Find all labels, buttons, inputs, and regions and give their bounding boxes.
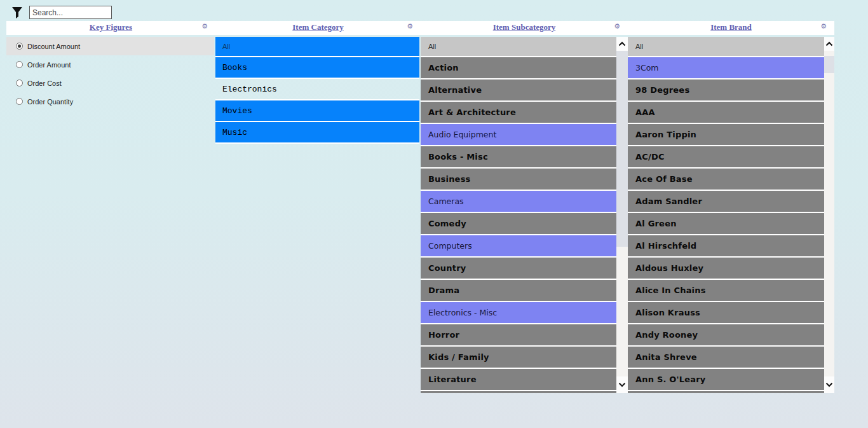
key-figure-label: Order Quantity — [27, 98, 73, 106]
column-header-item-category: Item Category ⚙ — [215, 21, 421, 35]
column-header-bar: Key Figures ⚙ Item Category ⚙ Item Subca… — [6, 21, 834, 35]
list-item-electronics[interactable]: Electronics — [215, 79, 419, 100]
column-title-item-subcategory[interactable]: Item Subcategory — [493, 22, 556, 32]
list-item-partial[interactable] — [628, 391, 824, 393]
item-category-list: AllBooksElectronicsMoviesMusic — [215, 37, 419, 144]
list-item-andy-rooney[interactable]: Andy Rooney — [628, 324, 824, 345]
list-item-al-hirschfeld[interactable]: Al Hirschfeld — [628, 235, 824, 256]
item-label: Books - Misc — [428, 152, 488, 162]
item-label: Movies — [222, 106, 252, 116]
item-label: Computers — [428, 241, 472, 251]
list-item-ac-dc[interactable]: AC/DC — [628, 146, 824, 167]
list-item-art-architecture[interactable]: Art & Architecture — [421, 102, 616, 123]
list-item-3com[interactable]: 3Com — [628, 57, 824, 78]
item-label: Anita Shreve — [635, 352, 697, 362]
gear-icon[interactable]: ⚙ — [820, 23, 827, 30]
column-title-item-brand[interactable]: Item Brand — [710, 22, 752, 32]
list-item-electronics-misc[interactable]: Electronics - Misc — [421, 302, 616, 323]
list-item-music[interactable]: Music — [215, 122, 419, 144]
list-item-ann-s-o-leary[interactable]: Ann S. O'Leary — [628, 369, 824, 390]
filter-funnel-icon[interactable] — [11, 6, 23, 19]
list-item-alice-in-chains[interactable]: Alice In Chains — [628, 280, 824, 301]
item-label: Business — [428, 174, 471, 184]
item-subcategory-list: AllActionAlternativeArt & ArchitectureAu… — [421, 37, 616, 393]
key-figure-label: Order Cost — [27, 79, 62, 87]
list-item-cameras[interactable]: Cameras — [421, 191, 616, 212]
key-figure-option-discount-amount[interactable]: Discount Amount — [6, 37, 214, 55]
key-figure-option-order-quantity[interactable]: Order Quantity — [6, 92, 214, 111]
list-item-all[interactable]: All — [421, 37, 616, 56]
scroll-down-button[interactable] — [616, 376, 628, 393]
list-item-computers[interactable]: Computers — [421, 235, 616, 256]
item-label: Aaron Tippin — [635, 130, 696, 139]
item-label: All — [635, 43, 643, 50]
radio-button[interactable] — [16, 79, 23, 86]
item-subcategory-scrollbar[interactable] — [616, 37, 628, 393]
list-item-adam-sandler[interactable]: Adam Sandler — [628, 191, 824, 212]
radio-button[interactable] — [16, 98, 23, 105]
radio-button[interactable] — [16, 43, 23, 50]
column-title-key-figures[interactable]: Key Figures — [90, 22, 132, 32]
item-label: Alternative — [428, 85, 482, 95]
radio-button[interactable] — [16, 61, 23, 68]
column-header-key-figures: Key Figures ⚙ — [6, 21, 215, 35]
key-figure-option-order-cost[interactable]: Order Cost — [6, 74, 214, 92]
list-item-kids-family[interactable]: Kids / Family — [421, 347, 616, 368]
list-item-alison-krauss[interactable]: Alison Krauss — [628, 302, 824, 323]
item-label: Ann S. O'Leary — [635, 375, 706, 384]
list-item-all[interactable]: All — [215, 37, 419, 57]
item-brand-scrollbar[interactable] — [824, 37, 834, 393]
list-item-aaa[interactable]: AAA — [628, 102, 824, 123]
scroll-up-button[interactable] — [824, 37, 834, 51]
list-item-books-misc[interactable]: Books - Misc — [421, 146, 616, 167]
list-item-aldous-huxley[interactable]: Aldous Huxley — [628, 258, 824, 279]
column-header-item-subcategory: Item Subcategory ⚙ — [421, 21, 628, 35]
item-label: Cameras — [428, 197, 464, 206]
item-label: Kids / Family — [428, 352, 489, 362]
gear-icon[interactable]: ⚙ — [201, 23, 208, 30]
item-label: Ace Of Base — [635, 174, 693, 184]
item-label: Al Green — [635, 219, 677, 228]
list-item-al-green[interactable]: Al Green — [628, 213, 824, 234]
key-figure-label: Discount Amount — [27, 43, 80, 50]
list-item-business[interactable]: Business — [421, 169, 616, 190]
item-label: AAA — [635, 107, 655, 117]
list-item-drama[interactable]: Drama — [421, 280, 616, 301]
item-label: Books — [222, 63, 247, 72]
list-item-aaron-tippin[interactable]: Aaron Tippin — [628, 124, 824, 145]
list-item-partial[interactable] — [421, 391, 616, 393]
list-item-anita-shreve[interactable]: Anita Shreve — [628, 347, 824, 368]
list-item-comedy[interactable]: Comedy — [421, 213, 616, 234]
list-item-books[interactable]: Books — [215, 57, 419, 79]
key-figure-option-order-amount[interactable]: Order Amount — [6, 55, 214, 74]
gear-icon[interactable]: ⚙ — [614, 23, 620, 30]
column-title-item-category[interactable]: Item Category — [292, 22, 344, 32]
chevron-up-icon — [618, 41, 626, 46]
scrollbar-thumb[interactable] — [616, 51, 628, 247]
list-item-all[interactable]: All — [628, 37, 824, 56]
list-item-98-degrees[interactable]: 98 Degrees — [628, 79, 824, 100]
list-item-literature[interactable]: Literature — [421, 369, 616, 390]
scrollbar-track[interactable] — [616, 51, 628, 376]
item-label: AC/DC — [635, 152, 665, 162]
list-item-alternative[interactable]: Alternative — [421, 79, 616, 100]
chevron-down-icon — [618, 382, 626, 387]
list-item-action[interactable]: Action — [421, 57, 616, 78]
scrollbar-thumb[interactable] — [824, 56, 834, 73]
list-item-audio-equipment[interactable]: Audio Equipment — [421, 124, 616, 145]
list-item-country[interactable]: Country — [421, 258, 616, 279]
gear-icon[interactable]: ⚙ — [407, 23, 413, 30]
list-item-ace-of-base[interactable]: Ace Of Base — [628, 169, 824, 190]
key-figures-list: Discount AmountOrder AmountOrder CostOrd… — [6, 37, 214, 111]
scroll-up-button[interactable] — [616, 37, 628, 51]
chevron-up-icon — [825, 41, 833, 46]
search-input[interactable] — [29, 6, 112, 19]
list-item-horror[interactable]: Horror — [421, 324, 616, 345]
key-figure-label: Order Amount — [27, 61, 71, 69]
scrollbar-track[interactable] — [824, 51, 834, 376]
item-label: Adam Sandler — [635, 197, 702, 206]
list-item-movies[interactable]: Movies — [215, 100, 419, 122]
item-label: Alison Krauss — [635, 308, 700, 317]
scroll-down-button[interactable] — [824, 376, 834, 393]
item-label: Audio Equipment — [428, 130, 496, 139]
